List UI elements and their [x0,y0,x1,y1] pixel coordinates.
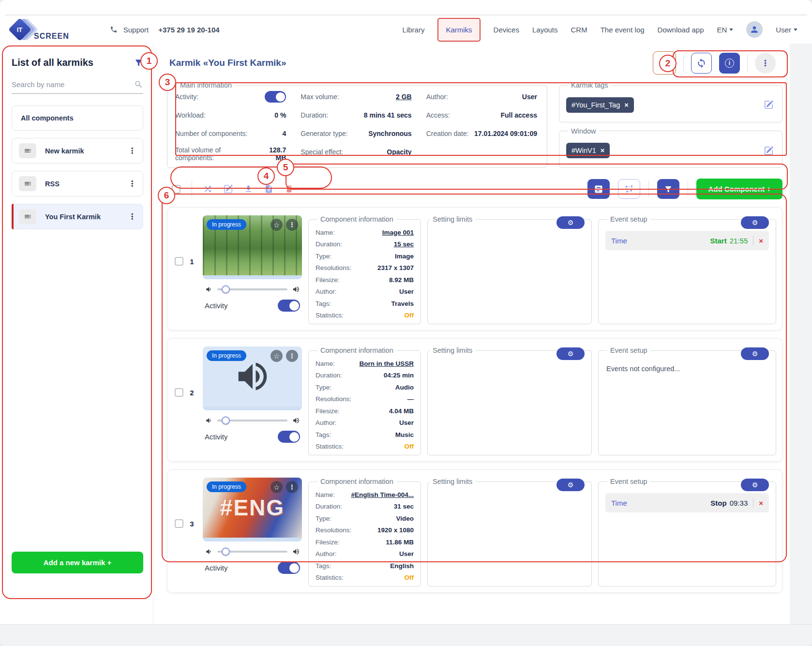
duration-label: Duration: [316,240,342,248]
info-button[interactable]: i [719,53,740,74]
events-settings-button[interactable]: ⚙ [741,479,769,491]
volume-knob[interactable] [222,285,230,294]
more-options-button[interactable]: ⋮ [755,53,776,74]
star-icon[interactable]: ☆ [271,481,283,493]
search-input[interactable] [12,80,134,89]
all-components-button[interactable]: All components [12,105,143,131]
component-activity-toggle[interactable] [278,562,300,574]
add-karmik-button[interactable]: Add a new karmik + [12,552,143,573]
star-icon[interactable]: ☆ [271,350,283,362]
kebab-menu-icon[interactable]: ⋮ [128,213,136,221]
component-name-link[interactable]: Born in the USSR [359,360,414,367]
graph-view-button[interactable] [618,179,640,199]
volume-knob[interactable] [222,417,230,425]
remove-window-icon[interactable]: × [601,147,604,154]
volume-high-icon[interactable] [292,548,300,556]
user-menu[interactable]: User [776,26,797,34]
download-icon[interactable] [244,184,253,194]
nav-item-crm[interactable]: CRM [571,26,587,34]
divider [192,181,192,197]
support-label[interactable]: Support [123,26,149,34]
select-all-checkbox[interactable] [172,185,180,194]
logo-primary-text: IT [17,26,23,33]
nav-item-karmiks[interactable]: Karmiks [437,18,480,42]
volume-knob[interactable] [222,548,230,556]
events-settings-button[interactable]: ⚙ [741,347,769,360]
volume-track[interactable] [217,288,287,290]
component-duration-link[interactable]: 15 sec [394,240,414,248]
nav-item-devices[interactable]: Devices [494,26,519,34]
volume-low-icon[interactable] [205,285,212,293]
edit-tags-icon[interactable] [764,100,773,109]
progress-strip [203,538,302,541]
karmik-list-item-selected[interactable]: You First Karmik ⋮ [12,204,143,229]
remove-event-icon[interactable]: × [759,499,763,507]
volume-track[interactable] [217,551,287,553]
component-thumbnail[interactable]: #ENG In progress ☆ ⋮ [203,478,302,538]
file-report-icon[interactable] [264,184,273,194]
karmik-list-item[interactable]: New karmik ⋮ [12,138,143,164]
kebab-menu-icon[interactable]: ⋮ [286,350,298,362]
shuffle-icon[interactable] [203,184,212,194]
divider [753,236,753,245]
nav-item-layouts[interactable]: Layouts [532,26,558,34]
edit-icon[interactable] [224,184,233,194]
filter-components-button[interactable] [657,179,679,199]
component-checkbox[interactable] [175,257,183,266]
status-badge: In progress [207,350,246,361]
divider [747,55,748,71]
volume-high-icon[interactable] [292,285,300,293]
search-icon[interactable] [134,80,143,89]
remove-tag-icon[interactable]: × [624,101,628,109]
component-name-link[interactable]: #English Time-004... [351,491,414,498]
volume-low-icon[interactable] [205,548,212,556]
component-thumbnail[interactable]: In progress ☆ ⋮ [203,215,302,275]
add-component-button[interactable]: Add Component + [696,179,782,199]
user-avatar[interactable] [746,21,763,38]
name-label: Name: [316,491,335,498]
favorite-button[interactable]: ☆ [653,51,676,75]
event-action: Start [710,237,727,245]
volume-track[interactable] [217,420,287,421]
limits-settings-button[interactable]: ⚙ [556,347,585,360]
kebab-menu-icon[interactable]: ⋮ [128,147,136,155]
divider [683,55,684,71]
nav-item-library[interactable]: Library [403,26,425,34]
list-view-button[interactable] [587,179,610,199]
component-checkbox[interactable] [175,519,183,528]
event-type[interactable]: Time [611,237,710,245]
support-phone-number[interactable]: +375 29 19 20-104 [158,26,219,34]
kebab-menu-icon[interactable]: ⋮ [286,219,298,231]
component-author: User [399,419,414,426]
star-icon[interactable]: ☆ [271,219,283,231]
component-activity-toggle[interactable] [278,300,300,312]
karmik-activity-toggle[interactable] [265,91,286,103]
component-activity-toggle[interactable] [278,431,300,443]
volume-high-icon[interactable] [292,417,300,424]
max-volume-link[interactable]: 2 GB [396,93,412,101]
language-selector[interactable]: EN [717,26,733,34]
filter-icon[interactable] [134,58,143,67]
edit-window-icon[interactable] [764,146,773,155]
creation-date-label: Creation date: [426,130,469,137]
delete-icon[interactable] [285,184,294,194]
remove-event-icon[interactable]: × [759,237,763,245]
nav-item-event-log[interactable]: The event log [601,26,645,34]
kebab-menu-icon[interactable]: ⋮ [286,481,298,493]
component-author: User [399,288,414,295]
author-label: Author: [316,288,337,295]
component-name-link[interactable]: Image 001 [382,229,414,236]
events-settings-button[interactable]: ⚙ [741,216,769,229]
limits-settings-button[interactable]: ⚙ [556,479,585,491]
volume-low-icon[interactable] [205,417,212,424]
limits-settings-button[interactable]: ⚙ [556,216,585,229]
nav-item-download-app[interactable]: Download app [658,26,704,34]
component-checkbox[interactable] [175,388,183,397]
kebab-menu-icon[interactable]: ⋮ [128,180,136,188]
component-thumbnail[interactable]: In progress ☆ ⋮ [203,346,302,406]
event-type[interactable]: Time [611,499,710,507]
refresh-button[interactable] [691,53,712,74]
author-label: Author: [426,93,448,101]
karmik-list-item[interactable]: RSS ⋮ [12,171,143,196]
status-badge: In progress [207,481,246,492]
